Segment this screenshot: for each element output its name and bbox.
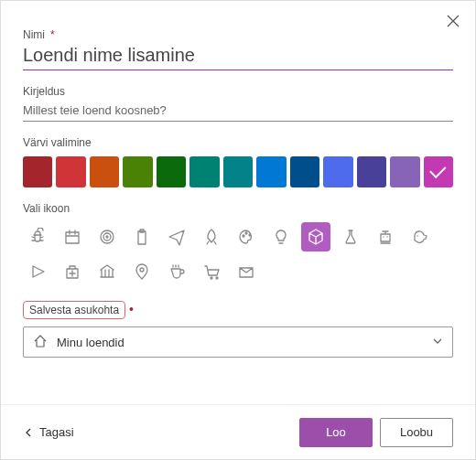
icon-option-coffee[interactable]: [162, 257, 191, 286]
mail-icon: [237, 262, 255, 281]
description-input[interactable]: [23, 102, 453, 122]
home-icon: [33, 334, 48, 351]
color-swatch-olive[interactable]: [123, 156, 152, 187]
color-swatch-blue[interactable]: [256, 156, 286, 187]
target-icon: [98, 228, 116, 246]
icon-option-target[interactable]: [92, 222, 122, 251]
calendar-icon: [63, 228, 81, 246]
icon-option-bug[interactable]: [23, 222, 52, 251]
palette-icon: [237, 228, 255, 246]
icon-option-lightbulb[interactable]: [266, 222, 296, 251]
icon-section-title: Vali ikoon: [23, 202, 453, 215]
rocket-icon: [202, 228, 221, 246]
location-icon: [133, 262, 151, 281]
icon-option-clipboard[interactable]: [127, 222, 157, 251]
close-icon: [447, 15, 460, 27]
back-label: Tagasi: [39, 425, 74, 439]
icon-option-cart[interactable]: [197, 257, 226, 286]
color-swatch-violet[interactable]: [357, 156, 386, 187]
chevron-left-icon: [23, 427, 34, 438]
description-field: Kirjeldus: [23, 85, 453, 122]
firstaid-icon: [63, 262, 81, 281]
name-label: Nimi*: [23, 28, 453, 41]
icon-option-airplane[interactable]: [162, 222, 191, 251]
color-swatch-cyan[interactable]: [223, 156, 253, 187]
icon-option-mail[interactable]: [232, 257, 261, 286]
bug-icon: [28, 228, 47, 246]
name-field: Nimi*: [23, 28, 453, 70]
coffee-icon: [168, 262, 186, 281]
icon-option-cube[interactable]: [301, 222, 330, 251]
color-swatch-dark-blue[interactable]: [290, 156, 319, 187]
description-label: Kirjeldus: [23, 85, 453, 98]
color-swatch-dark-red[interactable]: [23, 156, 52, 187]
color-swatch-green[interactable]: [157, 156, 186, 187]
close-button[interactable]: [442, 10, 464, 32]
icon-option-firstaid[interactable]: [58, 257, 87, 286]
save-location-section: Salvesta asukohta • Minu loendid: [23, 301, 453, 358]
clipboard-icon: [133, 228, 151, 246]
icon-option-rocket[interactable]: [197, 222, 226, 251]
play-icon: [28, 262, 47, 281]
cube-icon: [307, 228, 325, 246]
icon-option-robot[interactable]: [371, 222, 400, 251]
robot-icon: [376, 228, 395, 246]
piggybank-icon: [411, 228, 429, 246]
dialog-footer: Tagasi Loo Loobu: [1, 404, 475, 459]
color-section-title: Värvi valimine: [23, 136, 453, 149]
back-button[interactable]: Tagasi: [23, 425, 74, 439]
color-swatch-magenta[interactable]: [424, 156, 453, 187]
icon-option-palette[interactable]: [232, 222, 261, 251]
color-swatch-red[interactable]: [56, 156, 85, 187]
color-swatch-purple[interactable]: [390, 156, 419, 187]
icon-option-piggybank[interactable]: [406, 222, 435, 251]
save-location-label: Salvesta asukohta: [23, 301, 125, 319]
cancel-button[interactable]: Loobu: [380, 418, 453, 447]
location-selected-value: Minu loendid: [57, 336, 124, 349]
color-swatch-orange[interactable]: [90, 156, 119, 187]
icon-option-location[interactable]: [127, 257, 157, 286]
color-swatch-indigo[interactable]: [323, 156, 352, 187]
airplane-icon: [168, 228, 186, 246]
icon-grid: [23, 222, 453, 286]
flask-icon: [341, 228, 360, 246]
icon-option-play[interactable]: [23, 257, 52, 286]
icon-option-bank[interactable]: [92, 257, 122, 286]
color-swatch-teal[interactable]: [189, 156, 219, 187]
icon-option-flask[interactable]: [336, 222, 365, 251]
color-swatch-row: [23, 156, 453, 187]
bank-icon: [98, 262, 116, 281]
cart-icon: [202, 262, 221, 281]
lightbulb-icon: [272, 228, 290, 246]
create-button[interactable]: Loo: [299, 418, 373, 447]
required-indicator: •: [129, 302, 134, 316]
location-dropdown[interactable]: Minu loendid: [23, 326, 453, 358]
name-input[interactable]: [23, 43, 453, 70]
icon-option-calendar[interactable]: [58, 222, 87, 251]
color-section: Värvi valimine: [23, 136, 453, 187]
chevron-down-icon: [432, 336, 443, 349]
icon-section: Vali ikoon: [23, 202, 453, 286]
create-list-dialog: Nimi* Kirjeldus Värvi valimine Vali ikoo…: [0, 0, 476, 460]
